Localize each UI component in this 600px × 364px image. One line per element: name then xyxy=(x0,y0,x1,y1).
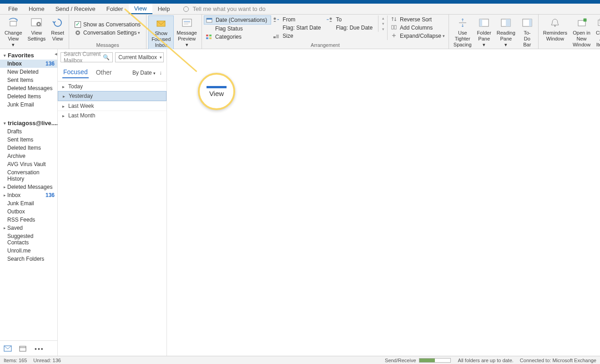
nav-item-saved[interactable]: ▸Saved xyxy=(0,224,57,232)
nav-item-junk-email[interactable]: Junk Email xyxy=(0,101,57,109)
svg-rect-12 xyxy=(207,18,212,20)
todo-bar-icon xyxy=(521,16,534,29)
nav-item-new-deleted[interactable]: New Deleted xyxy=(0,68,57,76)
conversation-settings-button[interactable]: Conversation Settings▾ xyxy=(73,29,142,37)
favorites-header[interactable]: ▾Favorites xyxy=(0,49,57,60)
search-scope-dropdown[interactable]: Current Mailbox xyxy=(115,52,164,62)
nav-item-label: Conversation History xyxy=(7,169,55,182)
reset-view-button[interactable]: Reset View xyxy=(48,15,67,43)
nav-item-label: Sent Items xyxy=(7,136,33,143)
svg-rect-25 xyxy=(479,19,482,26)
mail-icon[interactable] xyxy=(4,345,12,352)
nav-item-avg-virus-vault[interactable]: AVG Virus Vault xyxy=(0,160,57,168)
change-view-icon xyxy=(7,16,20,29)
tighter-spacing-button[interactable]: Use Tighter Spacing xyxy=(451,15,474,49)
nav-item-deleted-messages[interactable]: Deleted Messages xyxy=(0,84,57,92)
arrange-more[interactable]: ▾ xyxy=(380,26,386,32)
nav-item-deleted-items[interactable]: Deleted Items xyxy=(0,92,57,101)
nav-item-inbox[interactable]: ▸Inbox136 xyxy=(0,191,57,199)
status-unread: Unread: 136 xyxy=(33,358,61,363)
search-bar: Search Current Mailbox 🔍 Current Mailbox xyxy=(58,49,166,66)
nav-item-deleted-items[interactable]: Deleted Items xyxy=(0,144,57,152)
nav-item-suggested-contacts[interactable]: Suggested Contacts xyxy=(0,232,57,247)
chevron-right-icon: ▸ xyxy=(62,84,65,89)
collapse-nav-icon[interactable]: ◂ xyxy=(55,51,57,57)
nav-item-inbox[interactable]: Inbox136 xyxy=(0,60,57,68)
view-settings-button[interactable]: View Settings xyxy=(25,15,49,43)
tab-file[interactable]: File xyxy=(3,4,23,14)
nav-item-label: Deleted Items xyxy=(7,145,41,151)
flag-icon xyxy=(273,25,280,30)
sort-direction-icon[interactable]: ↓ xyxy=(159,70,162,76)
nav-item-label: Deleted Items xyxy=(7,93,41,100)
arrange-flag-start[interactable]: Flag: Start Date xyxy=(271,24,324,32)
gear-icon xyxy=(75,30,81,36)
reverse-sort-button[interactable]: Reverse Sort xyxy=(389,15,447,24)
nav-item-sent-items[interactable]: Sent Items xyxy=(0,136,57,144)
nav-item-conversation-history[interactable]: Conversation History xyxy=(0,168,57,183)
arrange-scroll-down[interactable]: ▾ xyxy=(380,21,386,26)
show-as-conversations-checkbox[interactable]: ✓ Show as Conversations xyxy=(73,20,142,29)
open-new-window-button[interactable]: Open in New Window xyxy=(570,15,593,49)
chevron-right-icon: ▸ xyxy=(62,113,65,118)
nav-item-drafts[interactable]: Drafts xyxy=(0,127,57,136)
group-messages: ✓ Show as Conversations Conversation Set… xyxy=(69,15,146,49)
nav-item-rss-feeds[interactable]: RSS Feeds xyxy=(0,216,57,224)
sort-by-date[interactable]: By Date ▾ xyxy=(132,70,156,76)
search-icon[interactable]: 🔍 xyxy=(103,54,110,61)
arrange-categories[interactable]: Categories xyxy=(204,33,271,41)
nav-item-deleted-messages[interactable]: ▸Deleted Messages xyxy=(0,183,57,191)
svg-rect-13 xyxy=(206,35,208,36)
close-all-button[interactable]: Close All Items xyxy=(593,15,600,49)
arrange-from[interactable]: From xyxy=(271,15,324,24)
message-preview-button[interactable]: Message Preview▾ xyxy=(174,15,200,49)
group-window: Reminders Window Open in New Window Clos… xyxy=(539,15,600,49)
date-group-yesterday[interactable]: ▸Yesterday xyxy=(58,91,166,101)
chevron-right-icon: ▸ xyxy=(62,104,65,109)
focused-tab[interactable]: Focused xyxy=(62,67,89,78)
tab-help[interactable]: Help xyxy=(152,4,176,14)
nav-item-sent-items[interactable]: Sent Items xyxy=(0,76,57,84)
date-group-last-week[interactable]: ▸Last Week xyxy=(58,101,166,111)
tab-home[interactable]: Home xyxy=(23,4,50,14)
titlebar xyxy=(0,0,600,4)
group-label: Last Month xyxy=(68,112,95,119)
nav-item-search-folders[interactable]: Search Folders xyxy=(0,255,57,263)
account-header[interactable]: ▾triciagoss@live.... xyxy=(0,117,57,127)
arrange-date[interactable]: Date (Conversations) xyxy=(204,15,271,25)
expand-collapse-button[interactable]: Expand/Collapse▾ xyxy=(389,32,447,40)
tab-sendreceive[interactable]: Send / Receive xyxy=(50,4,101,14)
arrange-size-label: Size xyxy=(282,33,293,39)
calendar-icon[interactable] xyxy=(19,345,27,352)
reminders-window-button[interactable]: Reminders Window xyxy=(540,15,570,43)
group-label: Yesterday xyxy=(69,93,93,99)
arrange-to[interactable]: To xyxy=(324,15,376,24)
add-columns-label: Add Columns xyxy=(400,25,433,31)
change-view-button[interactable]: Change View▾ xyxy=(2,15,25,49)
nav-item-outbox[interactable]: Outbox xyxy=(0,207,57,216)
more-icon[interactable]: ••• xyxy=(35,345,43,352)
arrange-flag-due[interactable]: Flag: Due Date xyxy=(324,24,376,32)
other-tab[interactable]: Other xyxy=(95,68,113,78)
arrange-flagstart-label: Flag: Start Date xyxy=(282,25,321,31)
svg-rect-32 xyxy=(598,20,600,25)
add-columns-button[interactable]: Add Columns xyxy=(389,24,447,32)
arrange-size[interactable]: Size xyxy=(271,32,324,40)
folder-pane-button[interactable]: Folder Pane▾ xyxy=(474,15,494,49)
tell-me-search[interactable]: Tell me what you want to do xyxy=(183,5,265,12)
nav-item-archive[interactable]: Archive xyxy=(0,152,57,160)
arrange-flag-status[interactable]: Flag Status xyxy=(204,25,271,33)
arrange-scroll-up[interactable]: ▴ xyxy=(380,15,386,21)
reading-pane-button[interactable]: Reading Pane▾ xyxy=(494,15,518,49)
date-group-today[interactable]: ▸Today xyxy=(58,81,166,91)
chevron-right-icon: ▸ xyxy=(4,185,6,189)
nav-item-label: Sent Items xyxy=(7,77,33,83)
group-label: Last Week xyxy=(68,103,94,109)
date-group-last-month[interactable]: ▸Last Month xyxy=(58,111,166,120)
status-connected: Connected to: Microsoft Exchange xyxy=(520,358,596,363)
search-input[interactable]: Search Current Mailbox 🔍 xyxy=(61,52,113,62)
bydate-label: By Date xyxy=(132,70,152,76)
nav-item-junk-email[interactable]: Junk Email xyxy=(0,199,57,207)
nav-item-unroll.me[interactable]: Unroll.me xyxy=(0,247,57,255)
tab-view[interactable]: View xyxy=(129,4,152,14)
